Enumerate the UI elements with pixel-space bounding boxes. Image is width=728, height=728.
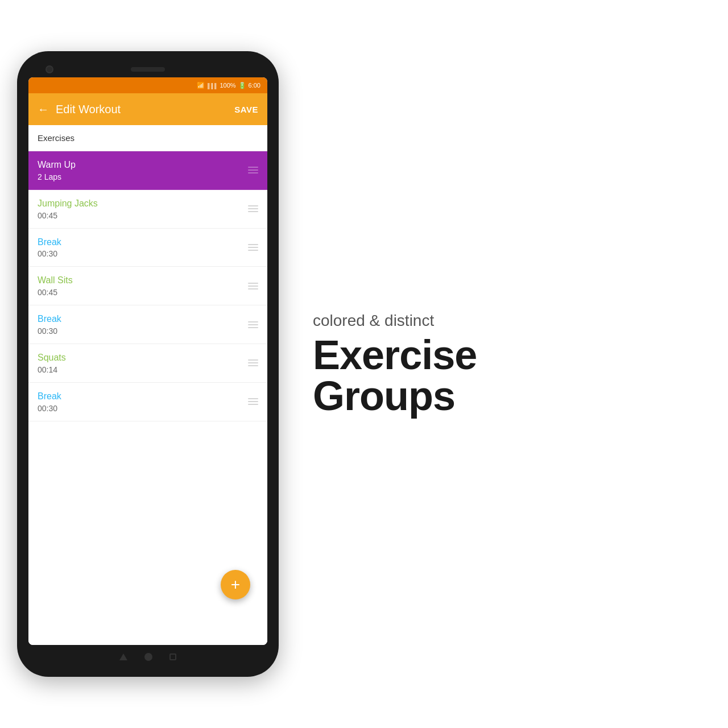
- drag-handle[interactable]: [248, 283, 258, 289]
- phone-bottom-nav: [28, 648, 267, 665]
- list-item[interactable]: Break 00:30: [28, 383, 267, 421]
- phone-speaker: [131, 67, 165, 72]
- item-name: Jumping Jacks: [38, 198, 248, 210]
- list-item[interactable]: Jumping Jacks 00:45: [28, 190, 267, 229]
- phone-screen: 📶 ‖‖‖ 100% 🔋 6:00 ← Edit Workout SAVE Ex…: [28, 77, 267, 645]
- item-name: Squats: [38, 352, 248, 364]
- list-item[interactable]: Warm Up 2 Laps: [28, 151, 267, 190]
- drag-handle[interactable]: [248, 244, 258, 251]
- drag-handle[interactable]: [248, 167, 258, 173]
- add-exercise-fab[interactable]: +: [221, 570, 250, 599]
- list-item[interactable]: Break 00:30: [28, 305, 267, 344]
- drag-handle[interactable]: [248, 359, 258, 366]
- phone-top-bar: [28, 63, 267, 74]
- item-name: Break: [38, 391, 248, 403]
- list-item[interactable]: Break 00:30: [28, 229, 267, 267]
- item-name: Wall Sits: [38, 275, 248, 287]
- drag-handle[interactable]: [248, 321, 258, 328]
- item-name: Break: [38, 313, 248, 325]
- drag-handle[interactable]: [248, 398, 258, 405]
- promo-title-line1: Exercise: [313, 332, 477, 378]
- list-item[interactable]: Squats 00:14: [28, 344, 267, 383]
- item-text: Break 00:30: [38, 391, 248, 413]
- item-text: Squats 00:14: [38, 352, 248, 374]
- back-nav-icon[interactable]: [119, 653, 127, 660]
- battery-icon: 🔋: [238, 82, 246, 89]
- app-bar-title: Edit Workout: [56, 103, 234, 116]
- section-header: Exercises: [28, 125, 267, 151]
- item-name: Warm Up: [38, 159, 248, 171]
- promo-text-area: colored & distinct Exercise Groups: [279, 278, 728, 450]
- recents-nav-icon[interactable]: [169, 653, 176, 660]
- item-detail: 2 Laps: [38, 172, 248, 181]
- phone-camera: [46, 65, 53, 73]
- item-detail: 00:30: [38, 326, 248, 336]
- phone-shell: 📶 ‖‖‖ 100% 🔋 6:00 ← Edit Workout SAVE Ex…: [17, 51, 279, 677]
- signal-icon: ‖‖‖: [207, 82, 217, 89]
- list-item[interactable]: Wall Sits 00:45: [28, 267, 267, 305]
- item-name: Break: [38, 237, 248, 249]
- save-button[interactable]: SAVE: [234, 105, 258, 114]
- item-text: Jumping Jacks 00:45: [38, 198, 248, 220]
- item-detail: 00:30: [38, 404, 248, 413]
- status-icons: 📶 ‖‖‖ 100% 🔋 6:00: [197, 82, 260, 89]
- status-bar: 📶 ‖‖‖ 100% 🔋 6:00: [28, 77, 267, 93]
- item-detail: 00:30: [38, 249, 248, 258]
- item-detail: 00:14: [38, 365, 248, 374]
- screen-inner: Warm Up 2 Laps Jumping Jacks 00:45: [28, 151, 267, 645]
- battery-percent: 100%: [220, 82, 235, 89]
- page-container: 📶 ‖‖‖ 100% 🔋 6:00 ← Edit Workout SAVE Ex…: [0, 0, 728, 728]
- item-text: Break 00:30: [38, 237, 248, 259]
- item-text: Warm Up 2 Laps: [38, 159, 248, 181]
- promo-title: Exercise Groups: [313, 334, 700, 416]
- item-detail: 00:45: [38, 288, 248, 297]
- app-bar: ← Edit Workout SAVE: [28, 93, 267, 125]
- back-button[interactable]: ←: [38, 103, 49, 116]
- drag-handle[interactable]: [248, 205, 258, 212]
- home-nav-icon[interactable]: [144, 653, 152, 661]
- promo-subtitle: colored & distinct: [313, 312, 700, 330]
- item-text: Break 00:30: [38, 313, 248, 336]
- item-text: Wall Sits 00:45: [38, 275, 248, 297]
- promo-title-line2: Groups: [313, 373, 455, 419]
- time-display: 6:00: [249, 82, 260, 89]
- item-detail: 00:45: [38, 211, 248, 220]
- wifi-icon: 📶: [197, 82, 205, 89]
